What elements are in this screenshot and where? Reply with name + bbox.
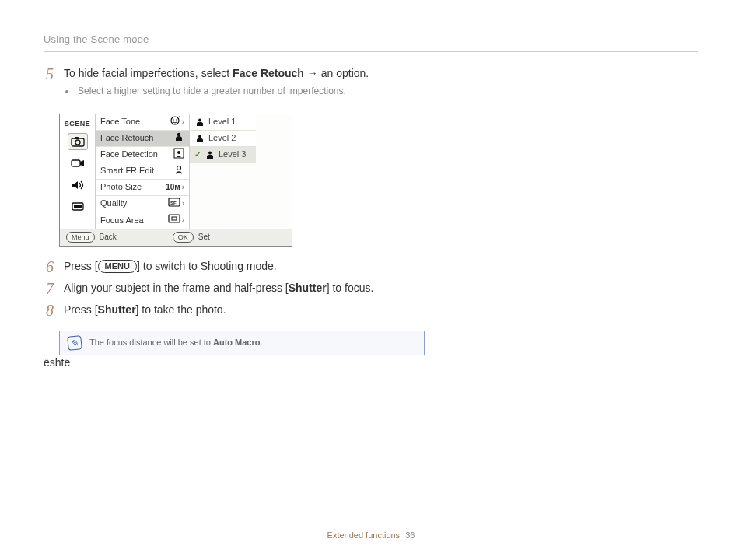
step-text: Align your subject in the frame and half… — [64, 281, 409, 296]
level-label: Level 2 — [208, 132, 236, 144]
menu-item-quality[interactable]: Quality SF› — [96, 196, 189, 212]
menu-item-label: Focus Area — [100, 215, 144, 226]
text: ] to take the photo. — [136, 303, 226, 316]
step-7: 7 Align your subject in the frame and ha… — [44, 281, 409, 296]
arrow: → — [304, 67, 321, 79]
chevron-right-icon: › — [182, 215, 184, 226]
menu-item-smart-fr-edit[interactable]: Smart FR Edit — [96, 163, 189, 180]
note-icon: ✎ — [67, 335, 82, 351]
svg-rect-2 — [75, 137, 79, 139]
step-number: 5 — [44, 66, 56, 107]
focus-area-icon — [168, 214, 180, 226]
level-label: Level 3 — [219, 149, 246, 160]
level-option-2[interactable]: Level 2 — [190, 131, 256, 147]
sound-icon[interactable] — [68, 177, 88, 194]
svg-rect-3 — [72, 160, 80, 166]
back-label: Back — [100, 232, 117, 243]
menu-button-pill[interactable]: Menu — [66, 232, 95, 243]
level-option-3[interactable]: ✓ Level 3 — [190, 147, 256, 163]
text: To hide facial imperfections, select — [64, 67, 233, 79]
footer-section-label: Extended functions — [327, 530, 401, 540]
text: an option. — [321, 67, 369, 79]
chevron-right-icon: › — [182, 182, 184, 193]
photo-size-icon: 10м — [166, 182, 180, 193]
svg-rect-17 — [172, 217, 177, 220]
svg-point-12 — [177, 151, 180, 154]
step-5: 5 To hide facial imperfections, select F… — [44, 66, 409, 107]
menu-list: Face Tone ✦› Face Retouch Face Detection — [96, 114, 189, 229]
auto-macro-label: Auto Macro — [213, 338, 261, 347]
svg-text:SF: SF — [170, 201, 177, 205]
section-title: Using the Scene mode — [44, 33, 698, 52]
camera-icon[interactable] — [68, 133, 88, 150]
svg-point-1 — [75, 140, 80, 145]
manual-page: Using the Scene mode 5 To hide facial im… — [0, 0, 742, 560]
face-retouch-label: Face Retouch — [233, 67, 304, 79]
menu-item-label: Face Tone — [100, 116, 140, 128]
menu-footer: Menu Back OK Set — [60, 229, 292, 246]
menu-item-label: Smart FR Edit — [100, 165, 154, 177]
menu-item-label: Face Detection — [100, 149, 158, 160]
sub-bullets: Select a higher setting to hide a greate… — [64, 85, 409, 97]
svg-rect-5 — [74, 205, 82, 208]
step-text: Press [MENU] to switch to Shooting mode. — [64, 259, 409, 275]
page-number: 36 — [405, 530, 415, 540]
face-tone-icon: ✦ — [170, 115, 180, 129]
chevron-right-icon: › — [182, 117, 184, 128]
text: ] to focus. — [327, 282, 374, 294]
text: The focus distance will be set to — [89, 338, 213, 347]
svg-point-18 — [198, 118, 201, 121]
chevron-right-icon: › — [182, 198, 184, 209]
step-number: 7 — [44, 281, 56, 296]
menu-item-photo-size[interactable]: Photo Size 10м› — [96, 180, 189, 196]
step-8: 8 Press [Shutter] to take the photo. — [44, 303, 409, 318]
menu-item-label: Face Retouch — [100, 132, 153, 144]
step-text: To hide facial imperfections, select Fac… — [64, 66, 409, 107]
svg-point-13 — [177, 166, 181, 170]
menu-key-label: MENU — [98, 260, 137, 273]
level-icon — [205, 149, 215, 160]
svg-rect-16 — [169, 215, 180, 222]
video-icon[interactable] — [68, 155, 88, 172]
menu-item-focus-area[interactable]: Focus Area › — [96, 212, 189, 229]
scene-label: SCENE — [65, 119, 91, 128]
menu-item-face-detection[interactable]: Face Detection — [96, 147, 189, 163]
svg-point-8 — [176, 119, 177, 121]
svg-point-10 — [177, 132, 180, 135]
step-6: 6 Press [MENU] to switch to Shooting mod… — [44, 259, 409, 275]
shutter-label: Shutter — [98, 303, 136, 316]
set-label: Set — [198, 232, 210, 243]
svg-point-19 — [198, 135, 201, 138]
check-icon: ✓ — [194, 149, 201, 160]
level-label: Level 1 — [208, 116, 236, 128]
quality-icon: SF — [168, 198, 180, 210]
text: Press [ — [64, 303, 98, 316]
menu-item-label: Photo Size — [100, 181, 142, 193]
page-footer: Extended functions 36 — [0, 530, 742, 541]
text: Align your subject in the frame and half… — [64, 282, 289, 294]
svg-point-7 — [173, 119, 174, 121]
camera-menu-screenshot: SCENE — [59, 114, 292, 247]
ok-button-pill[interactable]: OK — [173, 232, 194, 243]
step-number: 8 — [44, 303, 56, 318]
menu-item-face-tone[interactable]: Face Tone ✦› — [96, 114, 189, 131]
display-icon[interactable] — [68, 198, 88, 215]
text: ] to switch to Shooting mode. — [137, 260, 277, 272]
text: . — [260, 338, 262, 347]
menu-item-label: Quality — [100, 198, 127, 209]
text: Press [ — [64, 260, 98, 272]
level-icon — [194, 117, 205, 128]
menu-item-face-retouch[interactable]: Face Retouch — [96, 131, 189, 147]
content-column: 5 To hide facial imperfections, select F… — [44, 66, 409, 370]
note-text: The focus distance will be set to Auto M… — [89, 337, 263, 348]
bullet-item: Select a higher setting to hide a greate… — [76, 85, 409, 97]
smart-fr-icon — [173, 164, 184, 178]
svg-text:✦: ✦ — [178, 115, 180, 119]
level-icon — [194, 133, 205, 144]
face-retouch-icon — [173, 131, 184, 145]
level-option-1[interactable]: Level 1 — [190, 114, 256, 131]
note-box: ✎ The focus distance will be set to Auto… — [59, 331, 425, 355]
shutter-label: Shutter — [289, 282, 327, 294]
step-text: Press [Shutter] to take the photo. — [64, 303, 409, 318]
level-submenu: Level 1 Level 2 ✓ Level 3 — [189, 114, 256, 229]
